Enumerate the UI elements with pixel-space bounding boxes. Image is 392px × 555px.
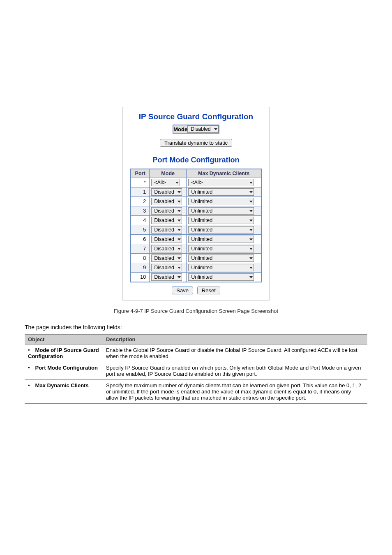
port-mode-select[interactable]: Disabled	[151, 264, 182, 271]
max-clients-value: Unlimited	[191, 274, 212, 280]
config-panel: IP Source Guard Configuration Mode Disab…	[122, 107, 270, 301]
port-mode-value: Disabled	[154, 255, 174, 261]
max-clients-select[interactable]: Unlimited	[188, 245, 254, 252]
reset-button[interactable]: Reset	[197, 287, 220, 294]
chevron-down-icon	[249, 220, 253, 222]
port-mode-select[interactable]: <All>	[151, 179, 180, 186]
figure-wrapper: IP Source Guard Configuration Mode Disab…	[25, 107, 367, 314]
port-mode-value: <All>	[154, 180, 166, 185]
bullet-icon: •	[28, 365, 34, 371]
port-cell: 8	[131, 254, 150, 263]
chevron-down-icon	[178, 238, 181, 240]
th-port: Port	[131, 169, 150, 178]
desc-object-label: Mode of IP Source Guard Configuration	[28, 347, 99, 359]
port-mode-value: Disabled	[154, 236, 174, 242]
port-mode-select[interactable]: Disabled	[151, 273, 182, 281]
port-mode-select[interactable]: Disabled	[151, 254, 182, 262]
max-clients-select[interactable]: <All>	[188, 179, 254, 186]
th-description: Description	[103, 334, 367, 345]
ip-source-guard-title: IP Source Guard Configuration	[130, 112, 262, 121]
th-mode: Mode	[150, 169, 187, 178]
desc-object-label: Max Dynamic Clients	[34, 382, 89, 388]
chevron-down-icon	[249, 267, 253, 269]
max-clients-value: Unlimited	[191, 265, 212, 271]
max-clients-value: <All>	[191, 180, 203, 185]
th-max: Max Dynamic Clients	[187, 169, 261, 178]
chevron-down-icon	[178, 229, 181, 231]
desc-intro: The page includes the following fields:	[25, 324, 367, 331]
max-clients-select[interactable]: Unlimited	[188, 264, 254, 271]
max-clients-select[interactable]: Unlimited	[188, 207, 254, 215]
max-clients-select[interactable]: Unlimited	[188, 226, 254, 234]
port-mode-value: Disabled	[154, 227, 174, 233]
chevron-down-icon	[249, 229, 253, 231]
port-mode-select[interactable]: Disabled	[151, 226, 182, 234]
table-row: 1DisabledUnlimited	[131, 187, 261, 197]
port-mode-select[interactable]: Disabled	[151, 188, 182, 196]
port-mode-value: Disabled	[154, 189, 174, 195]
port-mode-value: Disabled	[154, 208, 174, 214]
desc-row: • Mode of IP Source Guard ConfigurationE…	[25, 345, 367, 362]
max-clients-value: Unlimited	[191, 255, 212, 261]
chevron-down-icon	[178, 201, 181, 203]
port-mode-select[interactable]: Disabled	[151, 217, 182, 224]
desc-row: • Max Dynamic ClientsSpecify the maximum…	[25, 380, 367, 404]
chevron-down-icon	[175, 182, 179, 184]
max-clients-value: Unlimited	[191, 246, 212, 252]
global-mode-table: Mode Disabled	[173, 125, 219, 134]
port-mode-select[interactable]: Disabled	[151, 207, 182, 215]
description-table: Object Description • Mode of IP Source G…	[25, 334, 367, 404]
desc-text: Specify IP Source Guard is enabled on wh…	[103, 362, 367, 380]
port-cell: 5	[131, 225, 150, 235]
max-clients-value: Unlimited	[191, 208, 212, 214]
max-clients-value: Unlimited	[191, 236, 212, 242]
max-clients-value: Unlimited	[191, 227, 212, 233]
chevron-down-icon	[214, 128, 217, 130]
mode-label: Mode	[173, 125, 187, 133]
chevron-down-icon	[178, 220, 181, 222]
max-clients-select[interactable]: Unlimited	[188, 188, 254, 196]
desc-text: Specify the maximum number of dynamic cl…	[103, 380, 367, 404]
translate-dynamic-button[interactable]: Translate dynamic to static	[160, 139, 232, 147]
port-mode-value: Disabled	[154, 217, 174, 223]
chevron-down-icon	[249, 182, 253, 184]
max-clients-select[interactable]: Unlimited	[188, 273, 254, 281]
port-mode-value: Disabled	[154, 274, 174, 280]
bullet-icon: •	[28, 382, 34, 388]
max-clients-value: Unlimited	[191, 217, 212, 223]
port-cell: 6	[131, 235, 150, 244]
global-mode-select[interactable]: Disabled	[188, 125, 219, 133]
chevron-down-icon	[178, 210, 181, 212]
port-cell: 4	[131, 216, 150, 225]
chevron-down-icon	[178, 191, 181, 193]
save-button[interactable]: Save	[172, 287, 193, 294]
table-row: 4DisabledUnlimited	[131, 216, 261, 225]
max-clients-value: Unlimited	[191, 189, 212, 195]
desc-object-label: Port Mode Configuration	[34, 365, 98, 371]
chevron-down-icon	[249, 248, 253, 250]
port-cell: 10	[131, 273, 150, 282]
port-mode-select[interactable]: Disabled	[151, 245, 182, 252]
port-mode-select[interactable]: Disabled	[151, 198, 182, 205]
chevron-down-icon	[249, 201, 253, 203]
max-clients-select[interactable]: Unlimited	[188, 217, 254, 224]
desc-row: • Port Mode ConfigurationSpecify IP Sour…	[25, 362, 367, 380]
max-clients-select[interactable]: Unlimited	[188, 198, 254, 205]
max-clients-select[interactable]: Unlimited	[188, 254, 254, 262]
max-clients-select[interactable]: Unlimited	[188, 236, 254, 243]
th-object: Object	[25, 334, 103, 345]
table-row: 3DisabledUnlimited	[131, 206, 261, 216]
table-row: 9DisabledUnlimited	[131, 263, 261, 273]
port-mode-select[interactable]: Disabled	[151, 236, 182, 243]
figure-caption: Figure 4-9-7 IP Source Guard Configurati…	[25, 308, 367, 314]
chevron-down-icon	[249, 238, 253, 240]
port-mode-table: Port Mode Max Dynamic Clients *<All><All…	[130, 169, 262, 282]
table-row: *<All><All>	[131, 178, 261, 187]
desc-object: • Max Dynamic Clients	[25, 380, 103, 404]
port-cell: 2	[131, 197, 150, 206]
table-row: 8DisabledUnlimited	[131, 254, 261, 263]
desc-object: • Mode of IP Source Guard Configuration	[25, 345, 103, 362]
port-cell: 1	[131, 187, 150, 197]
port-cell: 3	[131, 206, 150, 216]
port-cell: *	[131, 178, 150, 187]
